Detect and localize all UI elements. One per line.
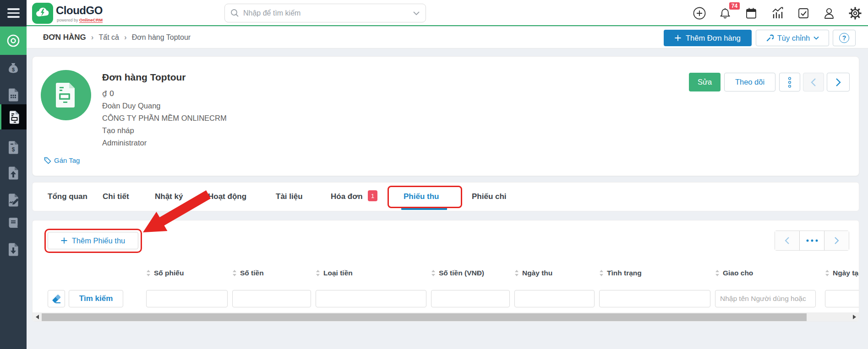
column-label: Giao cho <box>723 269 753 277</box>
column-label: Loại tiền <box>323 269 353 277</box>
file-download-icon <box>5 242 21 257</box>
follow-button[interactable]: Theo dõi <box>724 73 775 91</box>
sidebar-item-contract[interactable] <box>0 187 27 213</box>
page-previous-button[interactable] <box>775 231 799 250</box>
gear-icon <box>848 6 862 20</box>
column-header-so-phieu[interactable]: Số phiếu <box>146 263 184 283</box>
breadcrumb-bar: ĐƠN HÀNG › Tất cả › Đơn hàng Toptour Thê… <box>27 27 868 48</box>
add-receipt-button[interactable]: Thêm Phiếu thu <box>48 232 138 249</box>
filter-input-giao-cho[interactable] <box>715 290 816 307</box>
file-upload-icon <box>5 165 21 181</box>
page-more-button[interactable] <box>799 231 824 250</box>
column-header-giao-cho[interactable]: Giao cho <box>715 263 753 283</box>
filter-input-so-tien[interactable] <box>232 290 311 307</box>
column-header-ngay-thu[interactable]: Ngày thu <box>514 263 552 283</box>
scroll-left-arrow-icon[interactable] <box>35 314 39 320</box>
tab-documents[interactable]: Tài liệu <box>276 183 303 211</box>
tab-log[interactable]: Nhật ký <box>155 183 183 211</box>
column-header-so-tien-vnd[interactable]: Số tiền (VNĐ) <box>431 263 484 283</box>
tab-receipts[interactable]: Phiếu thu <box>404 183 439 211</box>
record-stage: Tạo nháp <box>102 126 134 135</box>
active-tab-underline <box>401 208 447 210</box>
receipts-list-panel: Thêm Phiếu thu Số phiếu Số tiền Loại tiề… <box>32 220 859 322</box>
powered-by-text: powered by <box>57 18 78 22</box>
column-label: Số tiền <box>240 269 264 277</box>
previous-record-button[interactable] <box>803 73 824 91</box>
column-header-so-tien[interactable]: Số tiền <box>232 263 264 283</box>
brand-tagline: powered by OnlineCRM <box>57 17 103 22</box>
scrollbar-thumb[interactable] <box>42 313 807 321</box>
clear-filters-button[interactable] <box>48 290 65 307</box>
settings-button[interactable] <box>848 6 863 21</box>
filter-input-ngay-thu[interactable] <box>514 290 595 307</box>
sidebar-item-ledger[interactable] <box>0 210 27 236</box>
sidebar-item-invoice[interactable] <box>0 82 27 107</box>
assign-tag-link[interactable]: Gán Tag <box>44 156 80 164</box>
chevron-left-icon <box>811 78 816 87</box>
sort-icon <box>825 270 830 276</box>
column-label: Tình trạng <box>607 269 642 277</box>
page-next-button[interactable] <box>824 231 849 250</box>
sidebar-item-import[interactable] <box>0 236 27 262</box>
column-header-loai-tien[interactable]: Loại tiền <box>316 263 353 283</box>
record-summary-card: Đơn hàng Toptour ₫ 0 Đoàn Duy Quang CÔNG… <box>32 56 859 176</box>
tab-overview[interactable]: Tổng quan <box>48 183 87 211</box>
kebab-menu-icon <box>788 77 792 88</box>
quick-add-button[interactable] <box>692 6 707 21</box>
money-bag-icon: $ <box>5 61 21 76</box>
record-contact: Đoàn Duy Quang <box>102 102 161 110</box>
global-search-input[interactable] <box>243 9 409 17</box>
hamburger-menu-icon[interactable] <box>0 0 27 26</box>
user-icon <box>822 6 836 20</box>
topbar: CloudGO powered by OnlineCRM 74 <box>27 0 868 26</box>
sidebar-item-orders[interactable] <box>0 104 27 129</box>
invoice-count-badge: 1 <box>368 190 377 201</box>
sidebar-item-export[interactable] <box>0 160 27 186</box>
calendar-button[interactable] <box>744 6 759 21</box>
sort-icon <box>599 270 604 276</box>
horizontal-scrollbar[interactable] <box>33 312 859 322</box>
tab-invoices[interactable]: Hóa đơn <box>331 183 363 211</box>
column-header-tinh-trang[interactable]: Tình trạng <box>599 263 642 283</box>
sidebar-item-money[interactable]: $ <box>0 56 27 81</box>
more-actions-button[interactable] <box>779 73 800 91</box>
filter-input-so-phieu[interactable] <box>146 290 228 307</box>
chart-icon <box>770 6 784 20</box>
sidebar-item-receipts[interactable]: $ <box>0 134 27 160</box>
powered-brand-text: OnlineCRM <box>79 17 103 23</box>
reports-button[interactable] <box>770 6 785 21</box>
filter-input-tinh-trang[interactable] <box>599 290 710 307</box>
column-label: Số tiền (VNĐ) <box>439 269 484 277</box>
column-header-ngay-tao[interactable]: Ngày tạo <box>825 263 859 283</box>
help-button[interactable]: ? <box>833 30 856 46</box>
breadcrumb-level1[interactable]: Tất cả <box>99 33 119 42</box>
filter-input-loai-tien[interactable] <box>316 290 426 307</box>
customize-label: Tùy chỉnh <box>777 34 810 43</box>
sort-icon <box>146 270 151 276</box>
breadcrumb-module[interactable]: ĐƠN HÀNG <box>43 33 86 42</box>
breadcrumb-separator: › <box>91 33 94 42</box>
add-order-button[interactable]: Thêm Đơn hàng <box>664 30 752 46</box>
edit-button[interactable]: Sửa <box>689 73 721 91</box>
tasks-button[interactable] <box>796 6 811 21</box>
filter-input-ngay-tao[interactable] <box>825 290 859 307</box>
breadcrumb: ĐƠN HÀNG › Tất cả › Đơn hàng Toptour <box>43 27 191 48</box>
sort-icon <box>431 270 436 276</box>
breadcrumb-separator: › <box>124 33 127 42</box>
next-record-button[interactable] <box>827 73 850 91</box>
cloudgo-logo-icon[interactable] <box>32 3 53 24</box>
tab-details[interactable]: Chi tiết <box>103 183 129 211</box>
chevron-down-icon[interactable] <box>413 11 420 16</box>
search-button[interactable]: Tìm kiếm <box>69 290 123 307</box>
profile-button[interactable] <box>822 6 836 21</box>
filter-input-so-tien-vnd[interactable] <box>431 290 510 307</box>
global-search[interactable] <box>224 4 426 22</box>
assign-tag-label: Gán Tag <box>54 156 80 164</box>
tab-activities[interactable]: Hoạt động <box>208 183 246 211</box>
tab-payments[interactable]: Phiếu chi <box>472 183 507 211</box>
scroll-right-arrow-icon[interactable] <box>852 314 857 320</box>
customize-button[interactable]: Tùy chỉnh <box>756 30 829 46</box>
order-document-icon <box>55 82 76 108</box>
sidebar-item-target[interactable] <box>0 27 27 55</box>
target-icon <box>5 33 21 48</box>
